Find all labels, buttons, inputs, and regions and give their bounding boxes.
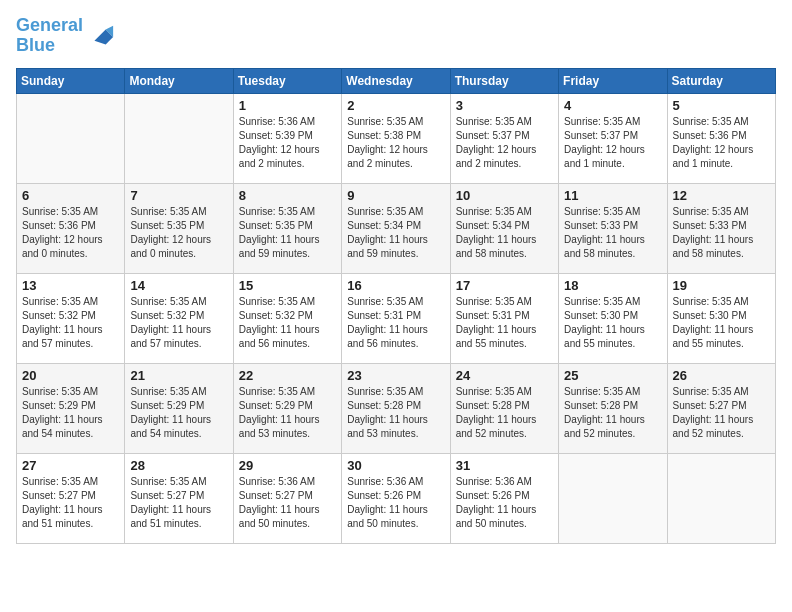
calendar-week-row: 13Sunrise: 5:35 AM Sunset: 5:32 PM Dayli…: [17, 273, 776, 363]
calendar-cell: [667, 453, 775, 543]
day-number: 25: [564, 368, 661, 383]
day-info: Sunrise: 5:35 AM Sunset: 5:29 PM Dayligh…: [239, 385, 336, 441]
day-number: 27: [22, 458, 119, 473]
calendar-cell: 6Sunrise: 5:35 AM Sunset: 5:36 PM Daylig…: [17, 183, 125, 273]
calendar-cell: 9Sunrise: 5:35 AM Sunset: 5:34 PM Daylig…: [342, 183, 450, 273]
day-number: 4: [564, 98, 661, 113]
day-info: Sunrise: 5:35 AM Sunset: 5:32 PM Dayligh…: [130, 295, 227, 351]
day-number: 22: [239, 368, 336, 383]
day-info: Sunrise: 5:35 AM Sunset: 5:33 PM Dayligh…: [673, 205, 770, 261]
day-number: 30: [347, 458, 444, 473]
calendar-cell: 22Sunrise: 5:35 AM Sunset: 5:29 PM Dayli…: [233, 363, 341, 453]
calendar-weekday-friday: Friday: [559, 68, 667, 93]
day-number: 2: [347, 98, 444, 113]
day-info: Sunrise: 5:35 AM Sunset: 5:32 PM Dayligh…: [22, 295, 119, 351]
calendar-week-row: 1Sunrise: 5:36 AM Sunset: 5:39 PM Daylig…: [17, 93, 776, 183]
calendar-cell: 11Sunrise: 5:35 AM Sunset: 5:33 PM Dayli…: [559, 183, 667, 273]
day-info: Sunrise: 5:35 AM Sunset: 5:36 PM Dayligh…: [673, 115, 770, 171]
day-info: Sunrise: 5:35 AM Sunset: 5:37 PM Dayligh…: [456, 115, 553, 171]
day-number: 16: [347, 278, 444, 293]
day-number: 14: [130, 278, 227, 293]
day-number: 13: [22, 278, 119, 293]
day-info: Sunrise: 5:36 AM Sunset: 5:39 PM Dayligh…: [239, 115, 336, 171]
day-number: 19: [673, 278, 770, 293]
day-info: Sunrise: 5:36 AM Sunset: 5:26 PM Dayligh…: [347, 475, 444, 531]
calendar-week-row: 27Sunrise: 5:35 AM Sunset: 5:27 PM Dayli…: [17, 453, 776, 543]
day-number: 6: [22, 188, 119, 203]
calendar-cell: 30Sunrise: 5:36 AM Sunset: 5:26 PM Dayli…: [342, 453, 450, 543]
day-number: 21: [130, 368, 227, 383]
calendar-weekday-thursday: Thursday: [450, 68, 558, 93]
day-info: Sunrise: 5:36 AM Sunset: 5:26 PM Dayligh…: [456, 475, 553, 531]
logo-icon: [87, 22, 115, 50]
day-info: Sunrise: 5:35 AM Sunset: 5:30 PM Dayligh…: [564, 295, 661, 351]
calendar-cell: 14Sunrise: 5:35 AM Sunset: 5:32 PM Dayli…: [125, 273, 233, 363]
calendar-cell: 15Sunrise: 5:35 AM Sunset: 5:32 PM Dayli…: [233, 273, 341, 363]
calendar-cell: 23Sunrise: 5:35 AM Sunset: 5:28 PM Dayli…: [342, 363, 450, 453]
day-number: 5: [673, 98, 770, 113]
calendar-cell: 7Sunrise: 5:35 AM Sunset: 5:35 PM Daylig…: [125, 183, 233, 273]
logo: General Blue: [16, 16, 115, 56]
day-number: 11: [564, 188, 661, 203]
day-number: 9: [347, 188, 444, 203]
calendar-cell: 16Sunrise: 5:35 AM Sunset: 5:31 PM Dayli…: [342, 273, 450, 363]
calendar-cell: [17, 93, 125, 183]
calendar-weekday-monday: Monday: [125, 68, 233, 93]
day-number: 31: [456, 458, 553, 473]
calendar-cell: 20Sunrise: 5:35 AM Sunset: 5:29 PM Dayli…: [17, 363, 125, 453]
calendar-cell: 4Sunrise: 5:35 AM Sunset: 5:37 PM Daylig…: [559, 93, 667, 183]
calendar-cell: 31Sunrise: 5:36 AM Sunset: 5:26 PM Dayli…: [450, 453, 558, 543]
day-info: Sunrise: 5:35 AM Sunset: 5:35 PM Dayligh…: [130, 205, 227, 261]
logo-text: General Blue: [16, 16, 83, 56]
calendar-cell: 21Sunrise: 5:35 AM Sunset: 5:29 PM Dayli…: [125, 363, 233, 453]
day-info: Sunrise: 5:35 AM Sunset: 5:30 PM Dayligh…: [673, 295, 770, 351]
day-info: Sunrise: 5:35 AM Sunset: 5:28 PM Dayligh…: [456, 385, 553, 441]
day-info: Sunrise: 5:35 AM Sunset: 5:37 PM Dayligh…: [564, 115, 661, 171]
day-info: Sunrise: 5:35 AM Sunset: 5:27 PM Dayligh…: [22, 475, 119, 531]
day-number: 1: [239, 98, 336, 113]
day-number: 26: [673, 368, 770, 383]
calendar-cell: 1Sunrise: 5:36 AM Sunset: 5:39 PM Daylig…: [233, 93, 341, 183]
calendar-weekday-saturday: Saturday: [667, 68, 775, 93]
calendar-cell: 29Sunrise: 5:36 AM Sunset: 5:27 PM Dayli…: [233, 453, 341, 543]
day-number: 20: [22, 368, 119, 383]
calendar-weekday-wednesday: Wednesday: [342, 68, 450, 93]
day-info: Sunrise: 5:35 AM Sunset: 5:34 PM Dayligh…: [347, 205, 444, 261]
day-info: Sunrise: 5:35 AM Sunset: 5:36 PM Dayligh…: [22, 205, 119, 261]
calendar-cell: 18Sunrise: 5:35 AM Sunset: 5:30 PM Dayli…: [559, 273, 667, 363]
calendar-cell: 24Sunrise: 5:35 AM Sunset: 5:28 PM Dayli…: [450, 363, 558, 453]
calendar-cell: [125, 93, 233, 183]
calendar-cell: 8Sunrise: 5:35 AM Sunset: 5:35 PM Daylig…: [233, 183, 341, 273]
calendar-cell: [559, 453, 667, 543]
day-info: Sunrise: 5:35 AM Sunset: 5:32 PM Dayligh…: [239, 295, 336, 351]
calendar-cell: 19Sunrise: 5:35 AM Sunset: 5:30 PM Dayli…: [667, 273, 775, 363]
day-number: 8: [239, 188, 336, 203]
day-info: Sunrise: 5:35 AM Sunset: 5:38 PM Dayligh…: [347, 115, 444, 171]
day-info: Sunrise: 5:35 AM Sunset: 5:31 PM Dayligh…: [347, 295, 444, 351]
calendar-week-row: 6Sunrise: 5:35 AM Sunset: 5:36 PM Daylig…: [17, 183, 776, 273]
day-number: 29: [239, 458, 336, 473]
calendar-cell: 3Sunrise: 5:35 AM Sunset: 5:37 PM Daylig…: [450, 93, 558, 183]
calendar-week-row: 20Sunrise: 5:35 AM Sunset: 5:29 PM Dayli…: [17, 363, 776, 453]
calendar-table: SundayMondayTuesdayWednesdayThursdayFrid…: [16, 68, 776, 544]
calendar-cell: 10Sunrise: 5:35 AM Sunset: 5:34 PM Dayli…: [450, 183, 558, 273]
page-header: General Blue: [16, 16, 776, 56]
day-info: Sunrise: 5:35 AM Sunset: 5:34 PM Dayligh…: [456, 205, 553, 261]
calendar-cell: 5Sunrise: 5:35 AM Sunset: 5:36 PM Daylig…: [667, 93, 775, 183]
day-info: Sunrise: 5:35 AM Sunset: 5:28 PM Dayligh…: [564, 385, 661, 441]
calendar-cell: 28Sunrise: 5:35 AM Sunset: 5:27 PM Dayli…: [125, 453, 233, 543]
day-number: 28: [130, 458, 227, 473]
day-number: 12: [673, 188, 770, 203]
day-info: Sunrise: 5:35 AM Sunset: 5:27 PM Dayligh…: [130, 475, 227, 531]
calendar-cell: 25Sunrise: 5:35 AM Sunset: 5:28 PM Dayli…: [559, 363, 667, 453]
calendar-cell: 2Sunrise: 5:35 AM Sunset: 5:38 PM Daylig…: [342, 93, 450, 183]
calendar-cell: 12Sunrise: 5:35 AM Sunset: 5:33 PM Dayli…: [667, 183, 775, 273]
calendar-header-row: SundayMondayTuesdayWednesdayThursdayFrid…: [17, 68, 776, 93]
calendar-cell: 26Sunrise: 5:35 AM Sunset: 5:27 PM Dayli…: [667, 363, 775, 453]
calendar-cell: 13Sunrise: 5:35 AM Sunset: 5:32 PM Dayli…: [17, 273, 125, 363]
day-info: Sunrise: 5:35 AM Sunset: 5:29 PM Dayligh…: [130, 385, 227, 441]
day-number: 17: [456, 278, 553, 293]
day-info: Sunrise: 5:36 AM Sunset: 5:27 PM Dayligh…: [239, 475, 336, 531]
day-info: Sunrise: 5:35 AM Sunset: 5:28 PM Dayligh…: [347, 385, 444, 441]
day-number: 15: [239, 278, 336, 293]
